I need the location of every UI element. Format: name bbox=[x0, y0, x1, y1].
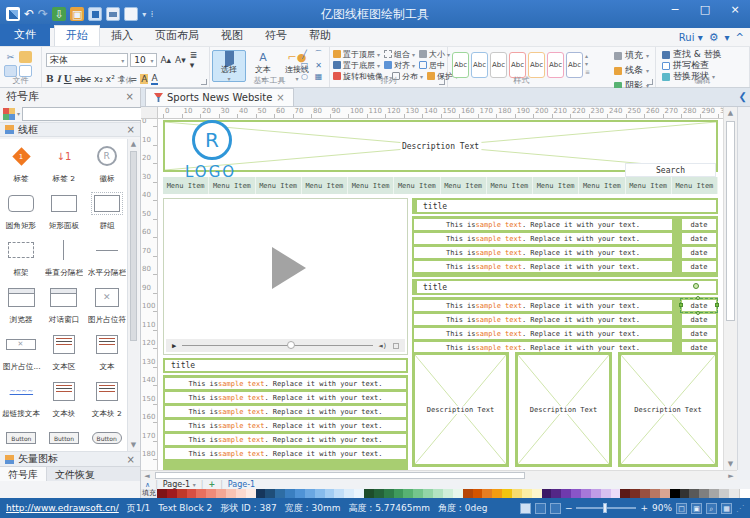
style-dialog-launcher[interactable] bbox=[647, 79, 653, 85]
news-text-bar[interactable]: This is sample text. Replace it with you… bbox=[414, 219, 672, 230]
symbol-search-input[interactable] bbox=[22, 107, 145, 121]
symbol-group[interactable]: 群组 bbox=[85, 186, 128, 233]
palette-swatch[interactable] bbox=[354, 489, 364, 498]
send-to-back-button[interactable]: 置于底层▾ bbox=[333, 60, 380, 71]
tab-symbol[interactable]: 符号 bbox=[254, 26, 298, 46]
page-dropdown[interactable]: Page-1 ▾ bbox=[163, 480, 196, 489]
symbol-text[interactable]: 文本 bbox=[85, 327, 128, 374]
grow-font-button[interactable]: A▴ bbox=[159, 55, 172, 65]
symbol-button-3[interactable]: Button按钮 3 bbox=[85, 421, 128, 451]
symbol-panel-close-icon[interactable]: × bbox=[126, 91, 134, 102]
arc-tool-icon[interactable]: ⌒ bbox=[312, 50, 325, 60]
symbol-dialog[interactable]: 对话窗口 bbox=[43, 280, 86, 327]
palette-swatch[interactable] bbox=[482, 489, 492, 498]
palette-swatch[interactable] bbox=[561, 489, 571, 498]
palette-swatch[interactable] bbox=[403, 489, 413, 498]
palette-swatch[interactable] bbox=[177, 489, 187, 498]
palette-swatch[interactable] bbox=[739, 489, 750, 498]
palette-swatch[interactable] bbox=[325, 489, 335, 498]
edrawsoft-link[interactable]: http://www.edrawsoft.cn/ bbox=[6, 503, 119, 513]
scroll-right-icon[interactable]: ► bbox=[725, 472, 737, 480]
palette-swatch[interactable] bbox=[206, 489, 216, 498]
palette-swatch[interactable] bbox=[620, 489, 630, 498]
save-icon[interactable] bbox=[88, 7, 102, 21]
date-cell[interactable]: date bbox=[682, 314, 716, 325]
vertical-scrollbar-thumb[interactable] bbox=[726, 121, 735, 321]
rotation-handle[interactable] bbox=[693, 283, 699, 289]
document-tab[interactable]: Sports News Website × bbox=[145, 88, 294, 106]
library-picker-icon[interactable] bbox=[3, 108, 15, 120]
menu-item[interactable]: Menu Item bbox=[672, 177, 718, 194]
zoom-level[interactable]: 90% bbox=[652, 503, 672, 513]
news-text-bar[interactable]: This is sample text. Replace it with you… bbox=[165, 434, 406, 445]
palette-swatch[interactable] bbox=[384, 489, 394, 498]
palette-swatch[interactable] bbox=[453, 489, 463, 498]
drawing-canvas[interactable]: Description Text R LOGO Search Menu Item… bbox=[158, 119, 723, 470]
symbol-label-2[interactable]: ↓1标签 2 bbox=[43, 139, 86, 186]
close-button[interactable]: × bbox=[720, 0, 750, 22]
palette-swatch[interactable] bbox=[315, 489, 325, 498]
symbol-h-divider[interactable]: 水平分隔栏 bbox=[85, 233, 128, 280]
font-dialog-launcher[interactable] bbox=[201, 79, 207, 85]
palette-swatch[interactable] bbox=[463, 489, 473, 498]
palette-swatch[interactable] bbox=[256, 489, 266, 498]
undo-icon[interactable]: ↶ bbox=[24, 7, 34, 21]
menu-item[interactable]: Menu Item bbox=[533, 177, 579, 194]
palette-swatch[interactable] bbox=[532, 489, 542, 498]
zoom-slider[interactable] bbox=[576, 507, 636, 509]
selection-handle[interactable] bbox=[715, 303, 719, 307]
selection-handle[interactable] bbox=[679, 303, 683, 307]
symbol-text-block-2[interactable]: 文本块 2 bbox=[85, 374, 128, 421]
palette-swatch[interactable] bbox=[423, 489, 433, 498]
palette-swatch[interactable] bbox=[394, 489, 404, 498]
news-text-bar[interactable]: This is sample text. Replace it with you… bbox=[165, 406, 406, 417]
print-preview-icon[interactable] bbox=[124, 7, 138, 21]
palette-swatch[interactable] bbox=[591, 489, 601, 498]
document-tab-close-icon[interactable]: × bbox=[276, 92, 284, 103]
palette-swatch[interactable] bbox=[285, 489, 295, 498]
image-placeholder-2[interactable]: Description Text bbox=[515, 352, 612, 467]
palette-swatch[interactable] bbox=[611, 489, 621, 498]
symbol-v-divider[interactable]: 垂直分隔栏 bbox=[43, 233, 86, 280]
symbol-button-2[interactable]: Button按钮 2 bbox=[43, 421, 86, 451]
center-button[interactable]: 居中 bbox=[419, 60, 445, 71]
news-text-bar[interactable]: This is sample text. Replace it with you… bbox=[165, 392, 406, 403]
palette-swatch[interactable] bbox=[295, 489, 305, 498]
symbol-image-placeholder-2[interactable]: ✕图片占位... bbox=[0, 327, 43, 374]
palette-swatch[interactable] bbox=[275, 489, 285, 498]
palette-swatch[interactable] bbox=[374, 489, 384, 498]
menu-item[interactable]: Menu Item bbox=[487, 177, 533, 194]
date-cell[interactable]: date bbox=[682, 300, 716, 311]
app-icon[interactable] bbox=[6, 7, 20, 21]
right-section-title-2[interactable]: title bbox=[412, 279, 718, 295]
logo-text[interactable]: LOGO bbox=[185, 163, 236, 181]
grid-icon[interactable]: ▦ bbox=[721, 503, 732, 514]
volume-icon[interactable]: ◄) bbox=[379, 342, 387, 350]
logo-mark[interactable]: R bbox=[192, 120, 232, 160]
palette-swatch[interactable] bbox=[709, 489, 719, 498]
text-align-button[interactable]: ≣ ▾ bbox=[189, 50, 205, 70]
tab-view[interactable]: 视图 bbox=[210, 26, 254, 46]
palette-swatch[interactable] bbox=[522, 489, 532, 498]
palette-swatch[interactable] bbox=[167, 489, 177, 498]
resize-grip[interactable]: ⋰ bbox=[736, 504, 744, 513]
tab-help[interactable]: 帮助 bbox=[298, 26, 342, 46]
left-section-title[interactable]: title bbox=[163, 358, 408, 373]
news-text-bar[interactable]: This is sample text. Replace it with you… bbox=[165, 378, 406, 389]
right-panel-strip[interactable] bbox=[737, 107, 750, 470]
date-cell[interactable]: date bbox=[682, 328, 716, 339]
palette-swatch[interactable] bbox=[216, 489, 226, 498]
palette-swatch[interactable] bbox=[344, 489, 354, 498]
palette-swatch[interactable] bbox=[473, 489, 483, 498]
arrange-dialog-launcher[interactable] bbox=[439, 79, 445, 85]
symbol-logo[interactable]: R徽标 bbox=[85, 139, 128, 186]
tab-home[interactable]: 开始 bbox=[54, 25, 100, 46]
line-tool-icon[interactable]: ╱ bbox=[298, 50, 311, 60]
page-tab-active[interactable]: Page-1 bbox=[228, 480, 255, 489]
symbol-rounded-rect[interactable]: 圆角矩形 bbox=[0, 186, 43, 233]
palette-swatch[interactable] bbox=[571, 489, 581, 498]
menu-item[interactable]: Menu Item bbox=[626, 177, 672, 194]
collapse-ribbon-icon[interactable]: ^ bbox=[736, 32, 744, 43]
news-text-bar[interactable]: This is sample text. Replace it with you… bbox=[414, 247, 672, 258]
menu-item[interactable]: Menu Item bbox=[441, 177, 487, 194]
